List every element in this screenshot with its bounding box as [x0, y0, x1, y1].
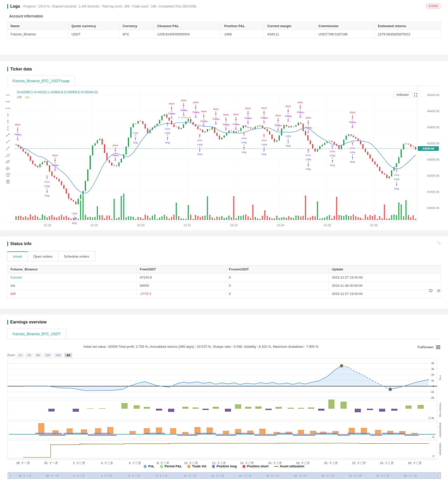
account-info-subtitle: Account information	[9, 14, 441, 18]
zoom-button-8h[interactable]: 8h	[34, 353, 42, 357]
navigator-right-handle[interactable]	[439, 473, 441, 478]
svg-text:1: 1	[263, 146, 265, 148]
chart-menu-icon[interactable]	[436, 345, 440, 350]
svg-text:1: 1	[74, 215, 75, 217]
svg-text:41400.00: 41400.00	[427, 190, 439, 193]
fullscreen-button[interactable]: FullScreen	[418, 345, 433, 349]
svg-text:1: 1	[183, 106, 184, 109]
ray-line-icon[interactable]	[4, 139, 12, 144]
svg-text:close: close	[299, 111, 304, 114]
svg-text:1: 1	[171, 110, 172, 112]
svg-text:1: 1	[46, 187, 48, 190]
range-navigator[interactable]: 28. 十一月30. 十一月2. 十二月4. 十二月6. 十二月8. 十二月10…	[8, 472, 441, 479]
candlestick-svg[interactable]: 45000.0044400.0043800.0043200.0042600.00…	[7, 87, 441, 227]
legend-item-position-long[interactable]: Position long	[212, 465, 237, 468]
gear-icon[interactable]	[436, 289, 441, 294]
svg-text:close: close	[202, 120, 208, 123]
svg-text:12-19: 12-19	[90, 224, 98, 227]
expand-icon[interactable]	[412, 92, 419, 98]
svg-text:LRI: LRI	[17, 96, 22, 99]
status-cell: 50000	[137, 282, 226, 290]
svg-text:short: short	[297, 101, 303, 104]
account-col-header: Closeout P&L	[154, 22, 221, 30]
account-col-header: Position P&L	[221, 22, 264, 30]
zoom-button-all[interactable]: All	[64, 353, 72, 357]
legend-item-position-short[interactable]: Position short	[242, 465, 269, 468]
crosshair-line-icon[interactable]	[4, 92, 12, 98]
svg-text:1: 1	[115, 151, 116, 154]
row-label[interactable]: Current	[7, 273, 137, 282]
svg-text:1: 1	[199, 146, 200, 148]
legend-item-pnl[interactable]: PnL	[144, 465, 154, 468]
svg-text:long: long	[330, 164, 335, 166]
svg-text:12-24: 12-24	[277, 224, 284, 227]
vertical-ray-icon[interactable]	[4, 119, 12, 124]
zoom-label: Zoom	[7, 353, 15, 357]
svg-text:short: short	[113, 144, 118, 147]
vertical-segment-icon[interactable]	[4, 125, 12, 131]
status-tab-schedule-orders[interactable]: Schedule orders	[58, 251, 95, 261]
svg-text:Long: Long	[350, 151, 355, 153]
svg-text:1: 1	[332, 157, 333, 159]
status-tab-asset[interactable]: Asset	[7, 251, 28, 261]
legend-item-period-p-l[interactable]: Period P&L	[160, 465, 182, 468]
download-icon[interactable]	[429, 289, 433, 294]
svg-text:1: 1	[352, 153, 353, 156]
ticker-symbol-tab[interactable]: Futures_Binance_BTC_USDT:swap	[7, 76, 75, 86]
horizontal-ray-icon[interactable]	[4, 99, 12, 104]
svg-text:1: 1	[135, 134, 136, 137]
svg-text:long: long	[286, 144, 291, 147]
vertical-line-icon[interactable]	[4, 112, 12, 118]
legend-item-trade-vol[interactable]: Trade Vol	[187, 465, 206, 468]
indicator-button-label[interactable]: Indicator	[393, 92, 412, 98]
candlestick-chart[interactable]: 123 Indicator 45000.0044400.0043800.0043…	[7, 87, 441, 229]
zoom-button-3h[interactable]: 3h	[25, 353, 33, 357]
zoom-button-12h[interactable]: 12h	[43, 353, 52, 357]
svg-text:6. 十二月: 6. 十二月	[129, 461, 141, 465]
collapse-icon[interactable]	[437, 241, 441, 246]
svg-text:close: close	[197, 139, 202, 142]
earnings-title: Earnings overview	[10, 320, 46, 324]
navigator-left-handle[interactable]	[8, 473, 10, 478]
legend-item-asset-utilization[interactable]: Asset utilization	[274, 465, 304, 468]
earnings-chart-svg[interactable]: 4k3k2k1k0-1k-2kPnL-2.4kPeriod P&L-6vol/p…	[7, 357, 441, 465]
svg-text:close: close	[16, 133, 22, 136]
ticker-section: Ticker data Futures_Binance_BTC_USDT:swa…	[0, 61, 448, 230]
indicator-button[interactable]: Indicator	[393, 92, 419, 98]
fib-lines-icon[interactable]	[4, 172, 12, 177]
svg-text:4. 十二月: 4. 十二月	[101, 461, 113, 465]
trend-line-icon[interactable]	[4, 132, 12, 138]
legend-label: Asset utilization	[280, 465, 304, 468]
navigator-label: 18. 十二月	[294, 474, 307, 478]
svg-text:close: close	[261, 139, 267, 142]
zoom-button-24h[interactable]: 24h	[54, 353, 63, 357]
status-cell: -2779.3	[137, 290, 226, 298]
triple-lines-icon[interactable]	[4, 165, 12, 171]
parallel-channel-icon[interactable]	[4, 159, 12, 164]
svg-text:close: close	[263, 117, 268, 119]
svg-text:1: 1	[195, 108, 196, 111]
svg-text:43009.60: 43009.60	[422, 147, 434, 150]
svg-text:12-18: 12-18	[44, 224, 51, 227]
arrow-line-icon[interactable]	[4, 145, 12, 151]
svg-text:F=44484.00: F=44484.00	[178, 116, 191, 119]
svg-text:close: close	[351, 121, 356, 124]
zoom-button-1h[interactable]: 1h	[17, 353, 24, 357]
section-divider	[0, 55, 448, 61]
account-cell: 1209.8140000000003	[154, 30, 221, 38]
svg-text:12. 十二月: 12. 十二月	[212, 461, 226, 465]
earnings-symbol-tab[interactable]: Futures_Binance_BTC_USDT	[7, 329, 66, 339]
measure-123-icon[interactable]: 123	[4, 152, 12, 157]
trash-icon[interactable]	[4, 179, 12, 184]
horizontal-segment-icon[interactable]	[4, 106, 12, 111]
account-info-table: NameQuote currencyCurrencyCloseout P&LPo…	[7, 22, 441, 38]
status-col-header: FrozenUSDT	[226, 265, 329, 273]
svg-text:22. 十二月: 22. 十二月	[352, 461, 366, 465]
status-col-header: FreeUSDT	[137, 265, 226, 273]
svg-text:Long: Long	[306, 158, 311, 161]
legend-marker	[144, 465, 147, 468]
navigator-label: 6. 十二月	[128, 474, 140, 478]
svg-text:close: close	[330, 150, 335, 153]
navigator-label: 26. 十二月	[404, 474, 417, 478]
status-tab-open-orders[interactable]: Open orders	[28, 251, 58, 261]
